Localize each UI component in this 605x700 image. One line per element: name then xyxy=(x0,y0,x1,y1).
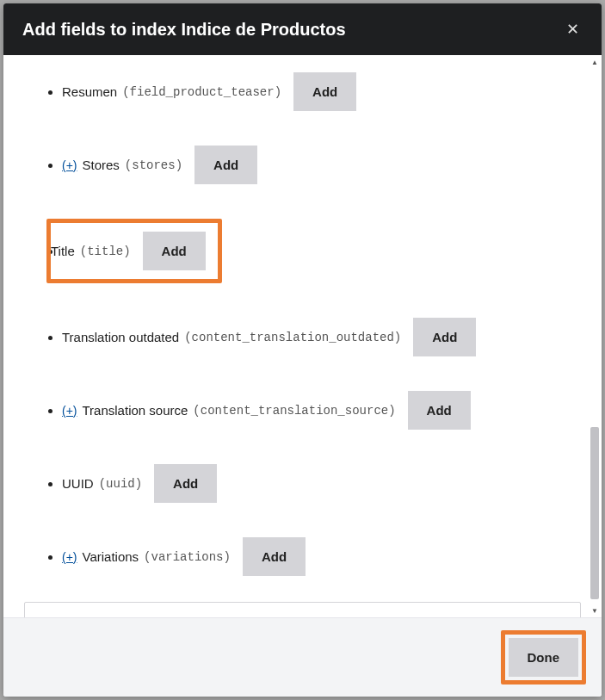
field-row: UUID (uuid)Add xyxy=(62,464,217,503)
field-item: UUID (uuid)Add xyxy=(62,447,584,520)
field-label: Translation outdated xyxy=(62,330,179,344)
field-label: Resumen xyxy=(62,84,117,99)
modal-header: Add fields to index Indice de Productos … xyxy=(3,3,602,55)
scroll-thumb[interactable] xyxy=(590,427,599,599)
modal-title: Add fields to index Indice de Productos xyxy=(22,20,346,40)
machine-name: (field_product_teaser) xyxy=(122,85,281,99)
close-icon: ✕ xyxy=(566,21,579,38)
chevron-down-icon xyxy=(39,616,51,617)
field-row: Resumen (field_product_teaser)Add xyxy=(62,72,356,111)
machine-name: (stores) xyxy=(125,158,182,172)
field-row: Title (title)Add xyxy=(51,232,206,270)
field-row-wrap: Resumen (field_product_teaser)Add xyxy=(62,84,356,99)
modal-footer: Done xyxy=(3,617,602,697)
field-row-wrap: UUID (uuid)Add xyxy=(62,476,217,491)
field-item: (+) Translation source (content_translat… xyxy=(62,374,584,447)
add-button[interactable]: Add xyxy=(243,537,306,576)
field-item: Title (title)Add xyxy=(62,201,584,300)
field-row: (+) Stores (stores)Add xyxy=(62,146,257,184)
add-button[interactable]: Add xyxy=(143,232,206,270)
field-label: UUID xyxy=(62,476,94,491)
add-button[interactable]: Add xyxy=(293,72,356,111)
add-button[interactable]: Add xyxy=(413,318,476,356)
scroll-up-icon[interactable]: ▲ xyxy=(590,57,600,67)
field-row-wrap: Translation outdated (content_translatio… xyxy=(62,330,476,344)
field-item: (+) Stores (stores)Add xyxy=(62,128,584,201)
scroll-down-icon[interactable]: ▼ xyxy=(590,605,600,616)
field-row-wrap: (+) Translation source (content_translat… xyxy=(62,403,471,418)
add-button[interactable]: Add xyxy=(408,391,471,430)
close-button[interactable]: ✕ xyxy=(562,19,583,40)
modal-body: Resumen (field_product_teaser)Add(+) Sto… xyxy=(3,55,602,617)
machine-name: (title) xyxy=(80,245,131,258)
field-row: (+) Translation source (content_translat… xyxy=(62,391,471,430)
skipped-fields-label: Skipped fields xyxy=(58,616,145,617)
field-row-wrap: (+) Stores (stores)Add xyxy=(62,158,257,172)
add-fields-modal: Add fields to index Indice de Productos … xyxy=(3,3,602,697)
field-highlight: Title (title)Add xyxy=(46,219,222,283)
expand-link[interactable]: (+) xyxy=(62,404,77,418)
expand-link[interactable]: (+) xyxy=(62,158,77,172)
scrollbar[interactable]: ▲ ▼ xyxy=(590,57,600,616)
machine-name: (content_translation_source) xyxy=(193,404,395,418)
skipped-fields-toggle[interactable]: Skipped fields xyxy=(24,602,581,617)
expand-link[interactable]: (+) xyxy=(62,550,77,564)
machine-name: (variations) xyxy=(144,550,231,564)
field-item: (+) Variations (variations)Add xyxy=(62,520,584,593)
done-highlight: Done xyxy=(501,630,587,685)
field-row: Translation outdated (content_translatio… xyxy=(62,318,476,356)
field-label: Variations xyxy=(83,549,139,564)
field-label: Stores xyxy=(83,158,120,172)
machine-name: (uuid) xyxy=(99,477,142,491)
field-item: Resumen (field_product_teaser)Add xyxy=(62,55,584,128)
field-label: Title xyxy=(51,244,75,258)
field-list: Resumen (field_product_teaser)Add(+) Sto… xyxy=(21,55,584,593)
done-button[interactable]: Done xyxy=(509,638,579,677)
field-row-wrap: (+) Variations (variations)Add xyxy=(62,549,306,564)
add-button[interactable]: Add xyxy=(194,146,257,184)
field-row: (+) Variations (variations)Add xyxy=(62,537,306,576)
field-label: Translation source xyxy=(83,403,188,418)
machine-name: (content_translation_outdated) xyxy=(184,331,401,344)
field-item: Translation outdated (content_translatio… xyxy=(62,300,584,374)
add-button[interactable]: Add xyxy=(154,464,217,503)
